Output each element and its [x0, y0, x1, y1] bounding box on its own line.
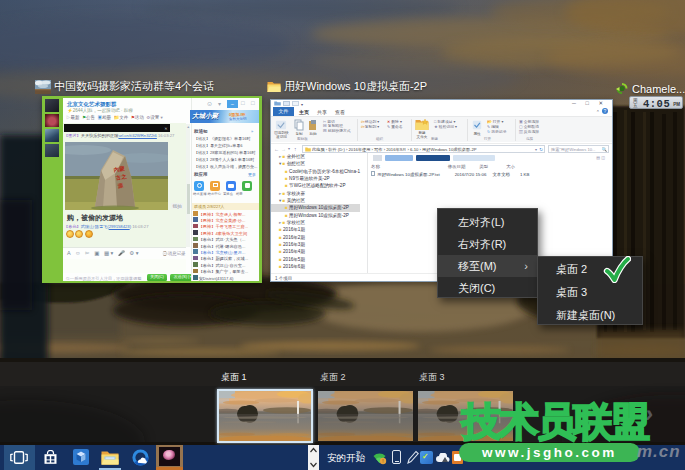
svg-text:!: ! [382, 458, 383, 464]
